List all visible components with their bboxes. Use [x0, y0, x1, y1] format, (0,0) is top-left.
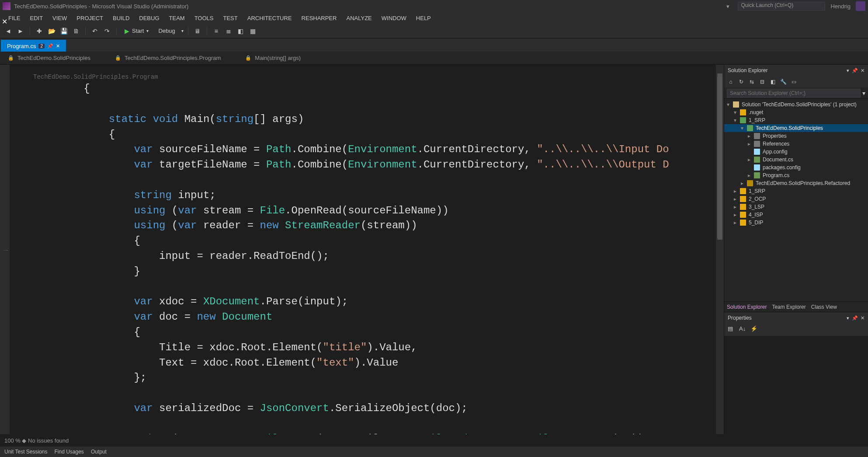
- menu-architecture[interactable]: ARCHITECTURE: [243, 14, 296, 23]
- search-dropdown-icon[interactable]: ▾: [862, 90, 865, 97]
- tree-node[interactable]: ▸4_ISP: [724, 211, 868, 219]
- config-dropdown-icon[interactable]: ▾: [181, 28, 184, 33]
- close-icon[interactable]: ✕: [861, 315, 865, 321]
- panel-tab[interactable]: Team Explorer: [772, 304, 806, 310]
- uncomment-icon[interactable]: ≣: [224, 26, 233, 36]
- twisty-icon[interactable]: ▾: [740, 125, 744, 131]
- twisty-icon[interactable]: ▸: [747, 157, 751, 163]
- server-explorer-tab[interactable]: ⋮: [2, 245, 10, 255]
- start-button[interactable]: ▶ Start ▾: [121, 27, 152, 35]
- collapse-icon[interactable]: ⊟: [758, 78, 766, 86]
- categorized-icon[interactable]: ▤: [728, 325, 736, 334]
- save-icon[interactable]: 💾: [59, 26, 69, 36]
- tree-node[interactable]: App.config: [724, 148, 868, 156]
- tree-node[interactable]: ▸5_DIP: [724, 219, 868, 227]
- breadcrumb-item[interactable]: 🔒Main(string[] args): [242, 53, 304, 63]
- save-all-icon[interactable]: 🗎: [71, 26, 81, 36]
- tree-node[interactable]: ▸1_SRP: [724, 187, 868, 195]
- nav-back-icon[interactable]: ◄: [3, 26, 13, 36]
- twisty-icon[interactable]: ▸: [740, 180, 744, 186]
- redo-icon[interactable]: ↷: [102, 26, 112, 36]
- twisty-icon[interactable]: ▸: [747, 172, 751, 178]
- tree-node[interactable]: ▸Properties: [724, 132, 868, 140]
- breadcrumb-item[interactable]: 🔒TechEdDemo.SolidPrinciples.Program: [111, 53, 224, 63]
- pin-icon[interactable]: 📌: [852, 315, 858, 321]
- tree-node[interactable]: ▾Solution 'TechEdDemo.SolidPrinciples' (…: [724, 101, 868, 108]
- zoom-status[interactable]: 100 % ◆ No issues found: [4, 437, 69, 444]
- tree-node[interactable]: packages.config: [724, 164, 868, 171]
- start-dropdown-icon[interactable]: ▾: [146, 28, 149, 33]
- twisty-icon[interactable]: ▸: [733, 220, 737, 226]
- twisty-icon[interactable]: ▸: [747, 141, 751, 147]
- undo-icon[interactable]: ↶: [90, 26, 100, 36]
- twisty-icon[interactable]: ▸: [747, 133, 751, 139]
- twisty-icon[interactable]: ▾: [726, 101, 730, 108]
- tree-node[interactable]: ▾TechEdDemo.SolidPrinciples: [724, 124, 868, 132]
- panel-tab[interactable]: Solution Explorer: [727, 304, 767, 310]
- bookmark-icon[interactable]: ◧: [236, 26, 246, 36]
- tree-node[interactable]: ▸TechEdDemo.SolidPrinciples.Refactored: [724, 179, 868, 187]
- close-icon[interactable]: ✕: [861, 68, 865, 73]
- tree-node[interactable]: ▸Program.cs: [724, 171, 868, 179]
- refresh-icon[interactable]: ↻: [737, 78, 745, 86]
- twisty-icon[interactable]: ▾: [733, 117, 737, 123]
- config-dropdown[interactable]: Debug: [155, 27, 178, 35]
- editor-scrollbar[interactable]: [716, 65, 724, 434]
- dropdown-icon[interactable]: ▾: [847, 315, 849, 321]
- show-all-icon[interactable]: ◧: [769, 78, 777, 86]
- tab-program-cs[interactable]: Program.cs 2 📌 ✕: [1, 40, 66, 52]
- menu-help[interactable]: HELP: [412, 14, 435, 23]
- breadcrumb-item[interactable]: 🔒TechEdDemo.SolidPrinciples: [4, 53, 94, 63]
- menu-build[interactable]: BUILD: [109, 14, 133, 23]
- menu-view[interactable]: VIEW: [49, 14, 71, 23]
- comment-icon[interactable]: ≡: [212, 26, 221, 36]
- tree-node[interactable]: ▸3_LSP: [724, 203, 868, 211]
- tree-node[interactable]: ▾1_SRP: [724, 116, 868, 124]
- scrollbar-thumb[interactable]: [717, 73, 722, 240]
- twisty-icon[interactable]: ▸: [733, 188, 737, 194]
- twisty-icon[interactable]: ▸: [733, 212, 737, 218]
- pin-icon[interactable]: 📌: [852, 68, 858, 73]
- events-icon[interactable]: ⚡: [750, 325, 759, 334]
- solution-search-input[interactable]: [727, 89, 861, 98]
- twisty-icon[interactable]: ▾: [733, 109, 737, 115]
- menu-team[interactable]: TEAM: [165, 14, 189, 23]
- home-icon[interactable]: ⌂: [727, 78, 735, 86]
- quick-launch-input[interactable]: Quick Launch (Ctrl+Q): [738, 2, 825, 10]
- tab-pin-icon[interactable]: 📌: [47, 43, 53, 49]
- menu-edit[interactable]: EDIT: [26, 14, 47, 23]
- panel-tab[interactable]: Class View: [811, 304, 837, 310]
- menu-test[interactable]: TEST: [219, 14, 242, 23]
- tab-close-icon[interactable]: ✕: [56, 43, 60, 49]
- browser-icon[interactable]: 🖥: [193, 26, 202, 36]
- open-icon[interactable]: 📂: [47, 26, 56, 36]
- twisty-icon[interactable]: ▸: [733, 204, 737, 210]
- notification-icon[interactable]: ▾: [726, 3, 733, 9]
- alphabetical-icon[interactable]: A↓: [739, 325, 748, 334]
- misc-icon[interactable]: ▦: [248, 26, 258, 36]
- tree-node[interactable]: ▸Document.cs: [724, 156, 868, 164]
- menu-analyze[interactable]: ANALYZE: [343, 14, 376, 23]
- twisty-icon[interactable]: ▸: [733, 196, 737, 202]
- solution-tree[interactable]: ▾Solution 'TechEdDemo.SolidPrinciples' (…: [724, 99, 868, 301]
- menu-tools[interactable]: TOOLS: [191, 14, 218, 23]
- tree-node[interactable]: ▸2_OCP: [724, 195, 868, 203]
- close-icon[interactable]: ✕: [2, 17, 10, 25]
- properties-grid[interactable]: [724, 336, 868, 434]
- tree-node[interactable]: ▸References: [724, 140, 868, 148]
- preview-icon[interactable]: ▭: [790, 78, 798, 86]
- bottom-tool-tab[interactable]: Unit Test Sessions: [4, 449, 48, 455]
- menu-project[interactable]: PROJECT: [73, 14, 107, 23]
- avatar[interactable]: [856, 1, 865, 11]
- menu-resharper[interactable]: RESHARPER: [298, 14, 341, 23]
- properties-icon[interactable]: 🔧: [779, 78, 787, 86]
- bottom-tool-tab[interactable]: Find Usages: [55, 449, 84, 455]
- nav-forward-icon[interactable]: ►: [16, 26, 25, 36]
- code-editor[interactable]: TechEdDemo.SolidPrinciples.Program { sta…: [10, 65, 716, 434]
- bottom-tool-tab[interactable]: Output: [91, 449, 107, 455]
- menu-debug[interactable]: DEBUG: [135, 14, 163, 23]
- sync-icon[interactable]: ⇆: [748, 78, 756, 86]
- menu-window[interactable]: WINDOW: [378, 14, 410, 23]
- new-project-icon[interactable]: ✚: [35, 26, 44, 36]
- dropdown-icon[interactable]: ▾: [847, 68, 849, 73]
